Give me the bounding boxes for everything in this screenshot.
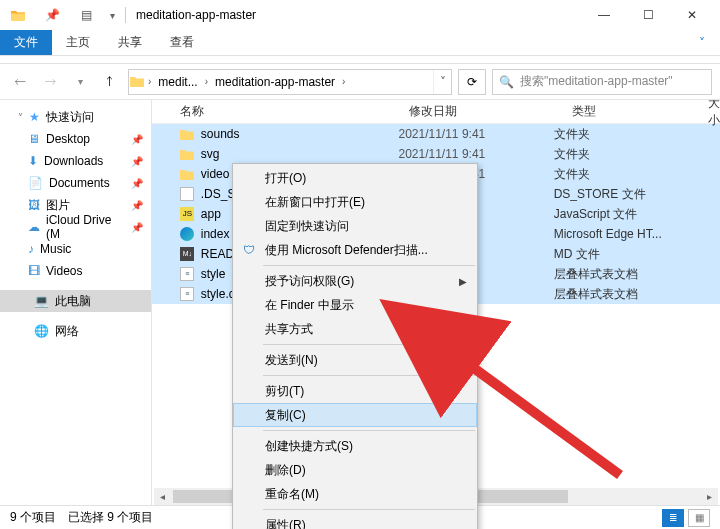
- chevron-right-icon[interactable]: ›: [339, 76, 348, 87]
- file-icon: [180, 186, 195, 202]
- ctx-defender-scan[interactable]: 🛡使用 Microsoft Defender扫描...: [233, 238, 477, 262]
- column-headers: 名称 修改日期 类型 大小: [152, 100, 720, 124]
- tab-view[interactable]: 查看: [156, 30, 208, 55]
- file-type: MD 文件: [554, 246, 720, 263]
- sidebar-network[interactable]: 🌐网络: [0, 320, 151, 342]
- ribbon-expand-icon[interactable]: ˅: [684, 30, 720, 55]
- status-item-count: 9 个项目: [10, 509, 56, 526]
- sidebar-item-downloads[interactable]: ⬇Downloads📌: [0, 150, 151, 172]
- status-selected-count: 已选择 9 个项目: [68, 509, 153, 526]
- sidebar-this-pc[interactable]: 💻此电脑: [0, 290, 151, 312]
- ctx-copy[interactable]: 复制(C): [233, 403, 477, 427]
- chevron-down-icon: ˅: [18, 112, 23, 123]
- file-name: svg: [201, 147, 399, 161]
- chevron-right-icon: ▶: [459, 276, 467, 287]
- file-type: 层叠样式表文档: [554, 286, 720, 303]
- ctx-open[interactable]: 打开(O): [233, 166, 477, 190]
- nav-back-button[interactable]: 🡐: [8, 70, 32, 94]
- ctx-grant-access[interactable]: 授予访问权限(G)▶: [233, 269, 477, 293]
- col-date[interactable]: 修改日期: [409, 103, 572, 120]
- sidebar-item-desktop[interactable]: 🖥Desktop📌: [0, 128, 151, 150]
- view-large-button[interactable]: ▦: [688, 509, 710, 527]
- table-row[interactable]: svg2021/11/11 9:41文件夹: [152, 144, 720, 164]
- folder-icon: [129, 76, 145, 87]
- context-menu: 打开(O) 在新窗口中打开(E) 固定到快速访问 🛡使用 Microsoft D…: [232, 163, 478, 529]
- file-tab[interactable]: 文件: [0, 30, 52, 55]
- documents-icon: 📄: [28, 176, 43, 190]
- nav-up-button[interactable]: 🡑: [98, 70, 122, 94]
- view-details-button[interactable]: ≣: [662, 509, 684, 527]
- search-placeholder: 搜索"meditation-app-master": [520, 73, 673, 90]
- chevron-right-icon[interactable]: ›: [145, 76, 154, 87]
- search-input[interactable]: 🔍 搜索"meditation-app-master": [492, 69, 712, 95]
- file-type: DS_STORE 文件: [554, 186, 720, 203]
- ctx-pin-quick-access[interactable]: 固定到快速访问: [233, 214, 477, 238]
- qat-sep: ▾: [110, 10, 115, 21]
- maximize-button[interactable]: ☐: [626, 0, 670, 30]
- properties-icon[interactable]: ▤: [78, 7, 94, 23]
- scroll-right-icon[interactable]: ▸: [701, 488, 718, 505]
- tab-share[interactable]: 共享: [104, 30, 156, 55]
- nav-forward-button[interactable]: 🡒: [38, 70, 62, 94]
- col-type[interactable]: 类型: [572, 103, 708, 120]
- close-button[interactable]: ✕: [670, 0, 714, 30]
- file-date: 2021/11/11 9:41: [398, 127, 553, 141]
- file-type: 文件夹: [554, 166, 720, 183]
- tab-home[interactable]: 主页: [52, 30, 104, 55]
- ribbon-tabs: 文件 主页 共享 查看 ˅: [0, 30, 720, 56]
- refresh-button[interactable]: ⟳: [458, 69, 486, 95]
- divider: [125, 7, 126, 23]
- music-icon: ♪: [28, 242, 34, 256]
- navigation-pane: ˅ ★ 快速访问 🖥Desktop📌 ⬇Downloads📌 📄Document…: [0, 100, 152, 505]
- address-bar-row: 🡐 🡒 ▾ 🡑 › medit... › meditation-app-mast…: [0, 64, 720, 100]
- quick-access-toolbar: 📌 ▤ ▾: [6, 7, 132, 23]
- file-icon: JS: [180, 206, 195, 222]
- nav-recent-button[interactable]: ▾: [68, 70, 92, 94]
- chevron-right-icon[interactable]: ›: [202, 76, 211, 87]
- sidebar-item-icloud[interactable]: ☁iCloud Drive (M📌: [0, 216, 151, 238]
- file-type: 层叠样式表文档: [554, 266, 720, 283]
- table-row[interactable]: sounds2021/11/11 9:41文件夹: [152, 124, 720, 144]
- col-size[interactable]: 大小: [708, 100, 720, 129]
- sidebar-quick-access[interactable]: ˅ ★ 快速访问: [0, 106, 151, 128]
- file-date: 2021/11/11 9:41: [398, 147, 553, 161]
- file-icon: ≡: [180, 286, 195, 302]
- address-dropdown-icon[interactable]: ˅: [433, 70, 451, 94]
- downloads-icon: ⬇: [28, 154, 38, 168]
- ctx-properties[interactable]: 属性(R): [233, 513, 477, 529]
- file-icon: [180, 166, 195, 182]
- pin-icon[interactable]: 📌: [44, 7, 60, 23]
- desktop-icon: 🖥: [28, 132, 40, 146]
- chevron-right-icon: ▶: [459, 355, 467, 366]
- ctx-send-to[interactable]: 发送到(N)▶: [233, 348, 477, 372]
- file-icon: [180, 226, 195, 242]
- sidebar-item-videos[interactable]: 🎞Videos: [0, 260, 151, 282]
- shield-icon: 🛡: [241, 242, 257, 258]
- ctx-show-in-finder[interactable]: 在 Finder 中显示: [233, 293, 477, 317]
- ctx-cut[interactable]: 剪切(T): [233, 379, 477, 403]
- file-icon: [180, 146, 195, 162]
- search-icon: 🔍: [499, 75, 514, 89]
- ctx-create-shortcut[interactable]: 创建快捷方式(S): [233, 434, 477, 458]
- breadcrumb[interactable]: › medit... › meditation-app-master › ˅: [128, 69, 452, 95]
- ctx-delete[interactable]: 删除(D): [233, 458, 477, 482]
- pc-icon: 💻: [34, 294, 49, 308]
- cloud-icon: ☁: [28, 220, 40, 234]
- window-title: meditation-app-master: [132, 8, 582, 22]
- crumb-current[interactable]: meditation-app-master: [211, 70, 339, 94]
- title-bar: 📌 ▤ ▾ meditation-app-master — ☐ ✕: [0, 0, 720, 30]
- col-name[interactable]: 名称: [180, 103, 409, 120]
- file-type: 文件夹: [554, 126, 720, 143]
- ctx-share-with[interactable]: 共享方式▶: [233, 317, 477, 341]
- minimize-button[interactable]: —: [582, 0, 626, 30]
- file-name: sounds: [201, 127, 399, 141]
- ctx-open-new-window[interactable]: 在新窗口中打开(E): [233, 190, 477, 214]
- crumb-parent[interactable]: medit...: [154, 70, 201, 94]
- ctx-rename[interactable]: 重命名(M): [233, 482, 477, 506]
- ribbon-body: [0, 56, 720, 64]
- folder-icon: [10, 7, 26, 23]
- sidebar-item-documents[interactable]: 📄Documents📌: [0, 172, 151, 194]
- file-icon: [180, 126, 195, 142]
- sidebar-item-music[interactable]: ♪Music: [0, 238, 151, 260]
- scroll-left-icon[interactable]: ◂: [154, 488, 171, 505]
